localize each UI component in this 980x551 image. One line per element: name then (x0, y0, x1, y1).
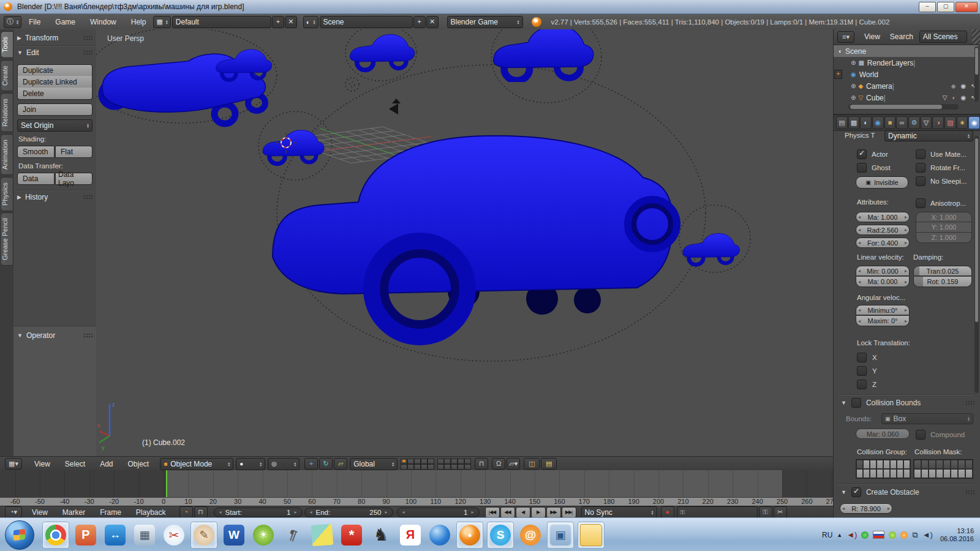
lock-frame-icon[interactable]: ⊓ (194, 506, 208, 518)
collision-mask-cell[interactable] (921, 469, 929, 478)
collision-group-grid[interactable] (856, 459, 911, 479)
tray-clock[interactable]: 13:16 06.08.2016 (940, 527, 974, 543)
layer-cell[interactable] (444, 464, 451, 470)
lock-z-checkbox[interactable]: Z (857, 380, 876, 389)
panel-transform[interactable]: ▶Transform (17, 32, 92, 43)
visibility-eye-icon[interactable]: ◉ (960, 94, 966, 101)
car-main-selected[interactable] (273, 136, 674, 333)
anisotropic-checkbox[interactable]: Anisotrop... (916, 198, 966, 208)
properties-tab-scene[interactable]: ◐ (860, 116, 872, 129)
sticky-notes-icon[interactable] (309, 522, 335, 548)
flat-button[interactable]: Flat (55, 146, 92, 158)
layer-cell[interactable] (451, 464, 458, 470)
collision-mask-cell[interactable] (965, 460, 973, 469)
menu-view[interactable]: View (27, 460, 58, 468)
bounds-select[interactable]: ▣ Box▴▾ (881, 413, 973, 424)
shelf-tab-animation[interactable]: Animation (1, 134, 13, 175)
create-obstacle-panel[interactable]: ▼ Create Obstacle (841, 487, 974, 497)
play-reverse-button[interactable]: ◀ (516, 507, 530, 518)
outliner-item-world[interactable]: ◉World (834, 69, 980, 80)
chess-icon[interactable]: ♞ (368, 522, 394, 548)
smooth-button[interactable]: Smooth (17, 146, 55, 158)
teamviewer-icon[interactable]: ↔ (102, 522, 128, 548)
collision-mask-cell[interactable] (943, 469, 951, 478)
margin-slider[interactable]: Mar: 0.060 (856, 429, 910, 439)
expander-icon[interactable]: ⊕ (851, 83, 856, 89)
shelf-tab-create[interactable]: Create (1, 60, 13, 91)
display-settings-icon[interactable]: ▣ (547, 522, 574, 549)
collision-group-cell[interactable] (903, 469, 910, 478)
car-right[interactable] (683, 233, 740, 264)
collision-group-cell[interactable] (856, 469, 863, 478)
outliner-item-scene[interactable]: ◐Scene (834, 45, 978, 57)
drag-grip-icon[interactable] (965, 490, 974, 495)
lock-x-checkbox[interactable]: X (857, 353, 877, 362)
drag-grip-icon[interactable] (83, 36, 92, 40)
collision-group-cell[interactable] (863, 469, 870, 478)
menu-view[interactable]: View (859, 32, 885, 41)
mass-slider[interactable]: ◂Ma: 1.000▸ (856, 212, 910, 222)
microphone-icon[interactable]: ¶ (280, 522, 306, 548)
car-top-center[interactable] (350, 34, 414, 70)
properties-tab-texture[interactable]: ▨ (944, 116, 956, 129)
editor-type-button[interactable]: ⓘ▴▾ (4, 16, 21, 28)
properties-tab-modifiers[interactable]: ⚙ (908, 116, 920, 129)
duplicate-button[interactable]: Duplicate (17, 64, 92, 77)
layer-cell[interactable] (407, 464, 414, 470)
menu-search[interactable]: Search (885, 32, 918, 41)
angular-max-slider[interactable]: ◂Maxim: 0°▸ (856, 316, 910, 326)
collision-mask-cell[interactable] (929, 460, 936, 469)
menu-game[interactable]: Game (48, 18, 83, 26)
car-top-right[interactable] (494, 29, 594, 81)
actor-checkbox[interactable]: Actor (857, 149, 888, 159)
vertical-scrollbar[interactable] (974, 47, 979, 102)
record-icon[interactable]: ● (661, 506, 674, 518)
duplicate-linked-button[interactable]: Duplicate Linked (17, 76, 92, 88)
layer-cell[interactable] (421, 459, 428, 464)
volume-icon[interactable]: ◄) (922, 530, 933, 539)
next-keyframe-button[interactable]: ▶▶ (546, 507, 561, 518)
radius-slider[interactable]: ◂Rad:2.560▸ (856, 225, 910, 235)
layers-grid-1[interactable] (401, 459, 434, 470)
collision-group-cell[interactable] (897, 460, 903, 469)
viewport-canvas[interactable]: z x y (96, 29, 833, 456)
shelf-tab-grease-pencil[interactable]: Grease Pencil (1, 212, 13, 266)
use-material-checkbox[interactable]: Use Mate... (916, 149, 967, 159)
drag-grip-icon[interactable] (83, 333, 92, 338)
layer-cell[interactable] (414, 459, 421, 464)
visibility-eye-icon[interactable]: ◉ (960, 83, 966, 89)
lock-icon[interactable]: ⊓ (475, 458, 488, 470)
end-frame-field[interactable]: ◂End: 250▸ (304, 508, 393, 517)
start-frame-field[interactable]: ◂Start: 1▸ (214, 508, 303, 517)
manipulator-translate-icon[interactable]: + (304, 458, 318, 470)
delete-button[interactable]: Delete (17, 88, 92, 100)
google-earth-icon[interactable] (427, 522, 453, 548)
add-layout-button[interactable]: + (272, 16, 284, 28)
collision-group-cell[interactable] (890, 460, 897, 469)
collision-group-cell[interactable] (883, 469, 890, 478)
collision-group-cell[interactable] (870, 460, 876, 469)
current-frame-field[interactable]: ◂1▸ (397, 508, 480, 517)
drag-grip-icon[interactable] (965, 400, 974, 405)
expander-icon[interactable]: ⊕ (851, 59, 856, 66)
menu-object[interactable]: Object (121, 460, 157, 468)
vertical-scrollbar[interactable] (974, 136, 979, 393)
snipping-tool-icon[interactable]: ✂ (161, 522, 187, 548)
tray-expand-icon[interactable]: ▲ (837, 532, 842, 538)
collision-group-cell[interactable] (883, 460, 890, 469)
collision-group-cell[interactable] (876, 469, 883, 478)
skype-icon[interactable]: S (487, 522, 514, 549)
layer-cell[interactable] (437, 464, 444, 470)
playhead[interactable] (166, 470, 167, 497)
obstacle-radius-slider[interactable]: ◂R: 78.900▸ (840, 503, 892, 514)
compound-checkbox[interactable]: Compound (916, 430, 965, 440)
layer-cell[interactable] (401, 464, 407, 470)
close-button[interactable]: ✕ (956, 2, 978, 12)
camera-object[interactable] (389, 99, 401, 114)
collision-mask-cell[interactable] (929, 469, 936, 478)
render-opengl-anim-icon[interactable]: ▤ (541, 458, 557, 470)
physics-type-select[interactable]: Dynamic▴▾ (884, 130, 973, 141)
scene-selector-icon[interactable]: ◐▴▾ (303, 16, 318, 28)
properties-tab-world[interactable]: ◉ (872, 116, 884, 129)
yandex-icon[interactable]: Я (398, 522, 423, 548)
